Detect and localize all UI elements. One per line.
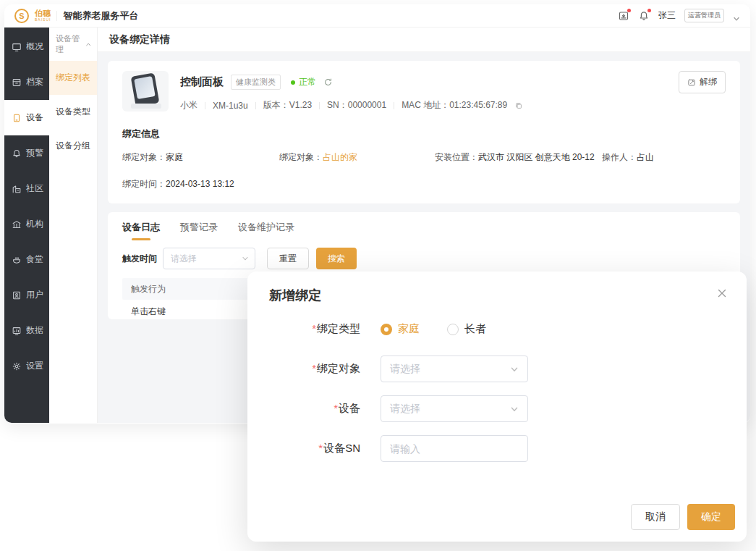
chevron-down-icon [510,405,519,413]
meta-divider [394,102,394,109]
sidebar-item-label: 设置 [26,360,43,372]
radio-family[interactable]: 家庭 [381,322,420,336]
device-meta: 小米 XM-1u3u 版本：V1.23 SN：00000001 MAC 地址：0… [180,99,523,112]
submenu-item-device-type[interactable]: 设备类型 [49,95,97,129]
chevron-down-icon [242,255,249,262]
user-name[interactable]: 张三 [658,9,676,22]
unbind-button[interactable]: 解绑 [679,71,726,93]
reset-button[interactable]: 重置 [267,248,309,269]
add-binding-modal: 新增绑定 *绑定类型 家庭 长者 *绑定对象 [247,272,747,542]
notification-dot [647,9,651,12]
field-value: 武汉市 汉阳区 创意天地 20-12 [478,152,595,162]
sidebar-item-label: 设备 [26,112,43,124]
brand-text: 伯穗 BAISUI [35,9,51,22]
sidebar-item-label: 食堂 [26,253,43,266]
sidebar-item-users[interactable]: 用户 [4,277,49,313]
device-icon [12,113,22,123]
chevron-down-icon [510,365,519,374]
device-select[interactable]: 请选择 [381,395,528,422]
device-sn-label: *设备SN [247,442,360,455]
binding-field: 绑定对象：家庭 [122,151,279,164]
sidebar-item-devices[interactable]: 设备 [4,100,49,135]
secondary-sidebar: 设备管理 绑定列表 设备类型 设备分组 [49,28,98,423]
sidebar-item-archives[interactable]: 档案 [4,64,49,100]
device-card: 控制面板 健康监测类 正常 小米 [108,61,740,203]
select-placeholder: 请选择 [390,363,420,376]
tab-device-log[interactable]: 设备日志 [122,221,160,240]
meta-divider [319,102,320,109]
submenu-item-device-group[interactable]: 设备分组 [49,129,97,163]
unbind-label: 解绑 [700,76,717,88]
device-status: 正常 [291,76,316,88]
sidebar-item-overview[interactable]: 概况 [4,29,49,64]
field-label: 安装位置： [435,152,478,162]
sidebar-item-label: 档案 [26,76,43,88]
device-mac: MAC 地址：01:23:45:67:89 [402,99,507,112]
submenu-item-label: 设备分组 [56,140,90,152]
required-mark: * [334,402,338,414]
field-label: 操作人： [602,152,637,162]
required-mark: * [312,362,316,374]
overview-icon [12,42,22,52]
submenu-item-label: 绑定列表 [56,72,90,84]
header-divider [56,11,57,21]
confirm-button[interactable]: 确定 [687,504,735,530]
sidebar-item-canteen[interactable]: 食堂 [4,242,49,277]
sidebar-item-label: 用户 [26,289,43,301]
sidebar-item-data[interactable]: 数据 [4,313,49,348]
bowl-icon [12,255,22,265]
binding-info-grid: 绑定对象：家庭 绑定对象：占山的家 安装位置：武汉市 汉阳区 创意天地 20-1… [122,151,726,190]
tasks-tray-icon[interactable] [618,10,629,22]
radio-unselected-icon [447,324,459,335]
bell-icon[interactable] [638,10,650,22]
bank-icon [12,219,22,230]
submenu-header[interactable]: 设备管理 [49,28,97,61]
modal-form: *绑定类型 家庭 长者 *绑定对象 请选择 [247,322,747,475]
device-model: XM-1u3u [213,101,248,111]
user-role-badge: 运营管理员 [684,9,724,22]
sidebar-item-alerts[interactable]: 预警 [4,135,49,171]
header-actions: 张三 运营管理员 [618,9,740,22]
tab-alert-records[interactable]: 预警记录 [180,221,218,240]
device-sn: SN：00000001 [327,99,386,112]
sidebar-item-settings[interactable]: 设置 [4,348,49,384]
field-value: 家庭 [166,152,183,162]
modal-footer: 取消 确定 [631,504,735,530]
sidebar-item-label: 机构 [26,218,43,230]
binding-field: 绑定对象：占山的家 [279,151,435,164]
edit-square-icon [687,78,696,87]
logs-tabs: 设备日志 预警记录 设备维护记录 [122,221,726,240]
refresh-icon[interactable] [323,77,333,87]
meta-divider [205,102,205,109]
sidebar-item-label: 概况 [26,41,43,53]
logs-filter-bar: 触发时间 请选择 重置 搜索 [122,248,726,269]
submenu-item-binding-list[interactable]: 绑定列表 [49,61,97,95]
field-label: 绑定时间： [122,179,166,189]
status-dot [291,80,295,85]
radio-elder[interactable]: 长者 [447,322,486,336]
trigger-time-select[interactable]: 请选择 [163,248,255,269]
binding-field: 操作人：占山 [602,151,726,164]
select-placeholder: 请选择 [171,253,197,265]
sidebar-item-institutions[interactable]: 机构 [4,206,49,242]
device-name: 控制面板 [180,75,224,89]
user-menu-chevron-down-icon[interactable] [733,12,740,20]
app-header: S 伯穗 BAISUI 智能养老服务平台 张三 运营管理员 [4,4,750,28]
search-button[interactable]: 搜索 [316,248,357,269]
archive-icon [12,77,22,88]
notification-dot [627,9,631,12]
brand-name-cn: 伯穗 [35,9,51,17]
sidebar-item-community[interactable]: 社区 [4,171,49,206]
required-mark: * [318,442,323,454]
copy-icon[interactable] [514,101,523,110]
tab-maintenance-records[interactable]: 设备维护记录 [238,221,294,240]
brand-logo-icon: S [14,9,29,23]
close-icon[interactable] [716,287,728,299]
binding-object-link[interactable]: 占山的家 [323,152,357,162]
binding-object-select[interactable]: 请选择 [381,356,528,382]
cancel-button[interactable]: 取消 [631,504,680,530]
device-sn-input[interactable] [381,435,528,462]
page-title: 设备绑定详情 [98,28,750,52]
binding-info-title: 绑定信息 [122,127,726,140]
device-version: 版本：V1.23 [263,99,312,112]
